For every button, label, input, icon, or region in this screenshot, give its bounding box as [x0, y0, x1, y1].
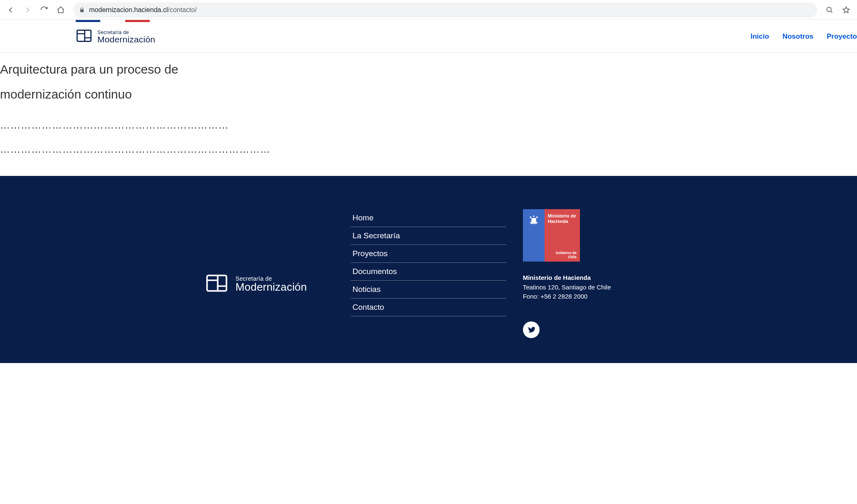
footer-logo-text: Secretaría de Modernización — [235, 276, 307, 292]
separator-dots-1: ………………………………………………………… — [0, 119, 857, 131]
footer-links: Home La Secretaría Proyectos Documentos … — [351, 209, 506, 338]
footer-link-contacto[interactable]: Contacto — [351, 299, 506, 316]
address-bar[interactable]: modernizacion.hacienda.cl/contacto/ — [73, 2, 817, 17]
footer-link-secretaria[interactable]: La Secretaría — [351, 227, 506, 245]
footer-logo: Secretaría de Modernización — [179, 209, 334, 338]
twitter-icon — [527, 325, 536, 334]
twitter-button[interactable] — [523, 321, 540, 338]
flag-stripe — [76, 20, 150, 22]
page-heading-line2: modernización continuo — [0, 82, 857, 107]
site-footer: Secretaría de Modernización Home La Secr… — [0, 176, 857, 363]
footer-right-col: Ministerio de Hacienda Gobierno de Chile… — [523, 209, 678, 338]
reload-button[interactable] — [37, 2, 52, 17]
logo-icon — [76, 27, 92, 46]
svg-point-0 — [827, 7, 831, 12]
footer-link-documentos[interactable]: Documentos — [351, 263, 506, 281]
back-button[interactable] — [3, 2, 18, 17]
logo-text: Secretaría de Modernización — [97, 30, 155, 44]
gobierno-chile-logo: Ministerio de Hacienda Gobierno de Chile — [523, 209, 580, 262]
svg-rect-2 — [207, 275, 227, 291]
coat-of-arms-icon — [527, 213, 541, 227]
separator-dots-2: …………………………………………………………………… — [0, 143, 857, 155]
gob-logo-subtitle: Gobierno de Chile — [548, 251, 577, 259]
footer-link-proyectos[interactable]: Proyectos — [351, 245, 506, 263]
footer-link-home[interactable]: Home — [351, 209, 506, 227]
page-content: Arquitectura para un proceso de moderniz… — [0, 53, 857, 176]
bookmark-star-icon[interactable] — [839, 2, 854, 17]
browser-toolbar: modernizacion.hacienda.cl/contacto/ — [0, 0, 857, 20]
contact-title: Ministerio de Hacienda — [523, 274, 591, 281]
nav-nosotros[interactable]: Nosotros — [783, 32, 814, 41]
footer-contact: Ministerio de Hacienda Teatinos 120, San… — [523, 273, 678, 301]
footer-link-noticias[interactable]: Noticias — [351, 281, 506, 299]
nav-proyectos[interactable]: Proyecto — [827, 32, 857, 41]
footer-logo-icon — [204, 272, 230, 296]
main-nav: Inicio Nosotros Proyecto — [750, 32, 857, 41]
contact-address: Teatinos 120, Santiago de Chile — [523, 284, 611, 291]
page-heading-line1: Arquitectura para un proceso de — [0, 57, 857, 82]
svg-rect-1 — [77, 30, 91, 42]
lock-icon — [79, 7, 85, 13]
zoom-icon[interactable] — [822, 2, 837, 17]
url-text: modernizacion.hacienda.cl/contacto/ — [89, 6, 197, 14]
forward-button[interactable] — [20, 2, 35, 17]
logo[interactable]: Secretaría de Modernización — [76, 27, 155, 46]
home-button[interactable] — [53, 2, 68, 17]
contact-phone: Fono: +56 2 2828 2000 — [523, 293, 588, 300]
site-header: Secretaría de Modernización Inicio Nosot… — [0, 20, 857, 53]
gob-logo-title: Ministerio de Hacienda — [548, 213, 577, 224]
nav-inicio[interactable]: Inicio — [750, 32, 769, 41]
